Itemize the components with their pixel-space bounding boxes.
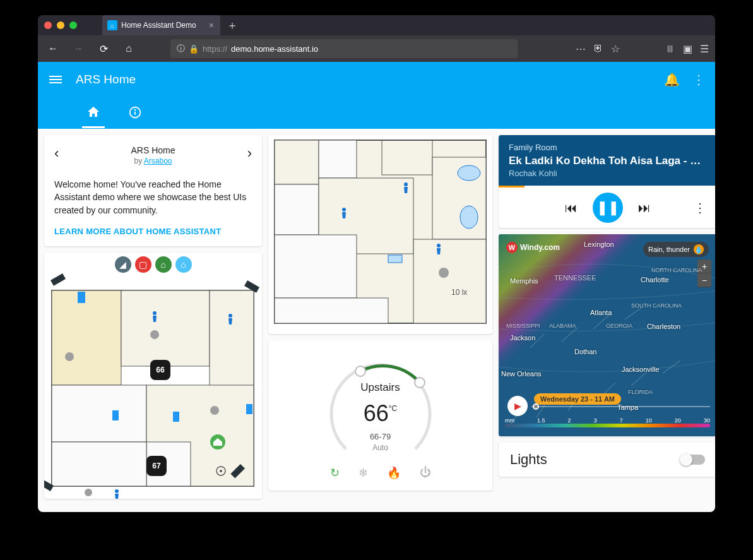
tab-home[interactable] <box>82 98 105 128</box>
thermostat-range: 66-79 <box>321 432 441 441</box>
site-info-icon[interactable]: ⓘ <box>177 43 185 54</box>
welcome-author: by Arsaboo <box>54 157 252 165</box>
badge-tv[interactable]: ▢ <box>135 256 151 273</box>
thermostat-current: 66°C <box>321 400 441 427</box>
badge-away[interactable]: ⌂ <box>175 256 192 273</box>
svg-rect-5 <box>121 290 210 366</box>
zoom-out-button[interactable]: − <box>697 273 711 287</box>
menu-button[interactable] <box>48 72 63 87</box>
author-link[interactable]: Arsaboo <box>144 157 172 165</box>
app-header: ARS Home 🔔 ⋮ <box>38 62 715 129</box>
floorplan-upper-svg: 10 lx <box>268 135 492 334</box>
svg-point-20 <box>228 314 232 318</box>
lux-readout: 10 lx <box>451 288 467 297</box>
windy-logo[interactable]: WWindy.com <box>506 242 560 253</box>
previous-track-icon[interactable]: ⏮ <box>565 201 578 215</box>
thermostat-card[interactable]: Upstairs 66°C 66-79 Auto ↻ ❄ 🔥 ⏻ <box>268 340 492 491</box>
tab-info[interactable] <box>124 98 146 128</box>
window-minimize-icon[interactable] <box>57 21 64 29</box>
legend-gradient <box>505 424 710 427</box>
media-title: Ek Ladki Ko Dekha Toh Aisa Laga - Title… <box>509 155 706 167</box>
welcome-card: ‹ › ARS Home by Arsaboo Welcome home! Yo… <box>44 135 262 246</box>
lights-title: Lights <box>510 451 547 468</box>
bookmark-icon[interactable]: ☆ <box>611 43 620 55</box>
state-label: NORTH CAROLINA <box>651 267 702 273</box>
svg-rect-10 <box>52 442 146 486</box>
sidebar-icon[interactable]: ▣ <box>683 43 692 55</box>
svg-point-43 <box>404 182 408 186</box>
lights-master-toggle[interactable] <box>681 455 705 465</box>
svg-rect-16 <box>112 410 119 420</box>
forward-button[interactable]: → <box>69 40 87 57</box>
library-icon[interactable]: ⫼ <box>665 43 675 55</box>
overflow-icon[interactable]: ⋮ <box>692 72 705 87</box>
thermostat-mode: Auto <box>321 443 441 452</box>
city-label: Memphis <box>510 277 538 285</box>
back-button[interactable]: ← <box>44 40 62 57</box>
window-maximize-icon[interactable] <box>69 21 77 29</box>
svg-rect-15 <box>78 292 85 303</box>
reload-button[interactable]: ⟳ <box>95 40 112 57</box>
svg-point-21 <box>115 489 119 493</box>
weather-play-button[interactable]: ▶ <box>507 396 528 416</box>
weather-timestamp[interactable]: Wednesday 23 - 11 AM <box>534 393 621 405</box>
svg-rect-6 <box>210 290 254 398</box>
svg-point-12 <box>150 330 159 339</box>
state-label: FLORIDA <box>628 389 653 395</box>
page-content: ARS Home 🔔 ⋮ <box>38 62 715 512</box>
window-close-icon[interactable] <box>44 21 52 29</box>
svg-point-42 <box>342 208 346 211</box>
notifications-icon[interactable]: 🔔 <box>664 72 680 87</box>
thermostat-chip-2[interactable]: 67 <box>146 456 167 476</box>
svg-rect-37 <box>275 298 388 323</box>
svg-rect-22 <box>50 273 66 286</box>
window-titlebar: ⌂ Home Assistant Demo × ＋ <box>38 15 715 35</box>
svg-point-28 <box>220 470 222 472</box>
city-label: Jacksonville <box>622 366 659 373</box>
city-label: Jackson <box>510 334 535 342</box>
play-pause-button[interactable]: ❚❚ <box>593 193 623 223</box>
state-label: ALABAMA <box>549 323 576 329</box>
browser-navbar: ← → ⟳ ⌂ ⓘ 🔒 https://demo.home-assistant.… <box>38 35 715 62</box>
weather-layer-selector[interactable]: Rain, thunder💧 <box>643 242 709 257</box>
info-icon <box>128 105 142 119</box>
tab-title: Home Assistant Demo <box>121 21 196 30</box>
lock-icon: 🔒 <box>189 44 199 54</box>
city-label: Lexington <box>584 241 614 248</box>
floorplan-main-card[interactable]: ◢ ▢ ⌂ ⌂ <box>44 253 262 499</box>
badge-home[interactable]: ⌂ <box>155 256 172 273</box>
tab-close-icon[interactable]: × <box>209 20 214 30</box>
menu-icon[interactable]: ☰ <box>700 43 709 55</box>
state-label: TENNESSEE <box>554 274 596 282</box>
learn-more-link[interactable]: LEARN MORE ABOUT HOME ASSISTANT <box>54 227 252 236</box>
address-bar[interactable]: ⓘ 🔒 https://demo.home-assistant.io <box>170 39 518 58</box>
svg-rect-33 <box>275 184 319 235</box>
badge-roof[interactable]: ◢ <box>115 256 131 273</box>
media-player-card: Family Room Ek Ladki Ko Dekha Toh Aisa L… <box>499 135 715 228</box>
home-variant-icon <box>86 105 101 120</box>
page-actions-icon[interactable]: ⋯ <box>576 43 586 55</box>
page-title: ARS Home <box>76 73 136 86</box>
new-tab-button[interactable]: ＋ <box>227 18 238 33</box>
city-label: Atlanta <box>590 309 612 316</box>
lights-card: Lights <box>499 443 715 477</box>
svg-point-45 <box>439 268 449 278</box>
weather-timeline[interactable] <box>531 406 710 407</box>
thermostat-chip-1[interactable]: 66 <box>150 360 170 380</box>
svg-rect-41 <box>388 255 402 263</box>
svg-point-44 <box>437 244 441 247</box>
browser-tab[interactable]: ⌂ Home Assistant Demo × <box>102 15 220 35</box>
media-more-icon[interactable]: ⋮ <box>694 200 706 215</box>
welcome-body: Welcome home! You've reached the Home As… <box>54 178 252 217</box>
city-label: New Orleans <box>501 370 542 378</box>
media-room: Family Room <box>509 143 706 152</box>
home-button[interactable]: ⌂ <box>120 40 138 57</box>
reader-icon[interactable]: ⛨ <box>593 43 603 55</box>
city-label: Dothan <box>574 348 596 355</box>
weather-map-card[interactable]: WWindy.com Rain, thunder💧 + − Lexington … <box>499 234 715 436</box>
next-track-icon[interactable]: ⏭ <box>638 201 651 215</box>
floorplan-upper-card[interactable]: 10 lx <box>268 135 492 334</box>
svg-rect-17 <box>173 412 179 422</box>
svg-point-19 <box>153 311 157 315</box>
url-host: demo.home-assistant.io <box>231 44 318 54</box>
